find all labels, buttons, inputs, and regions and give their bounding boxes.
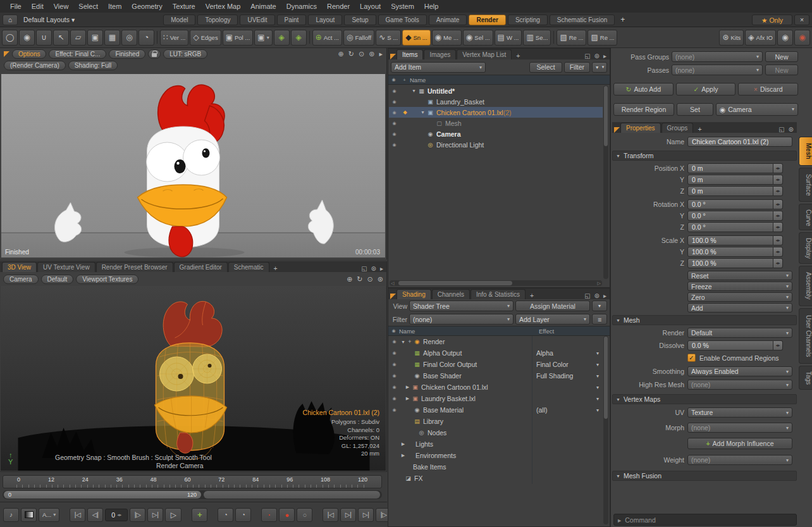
timeline-range-extension[interactable] (204, 491, 380, 499)
render-options-button[interactable]: Options (12, 49, 46, 59)
shader-view-dropdown[interactable]: Shader Tree▾ (409, 301, 514, 311)
weight-dropdown[interactable]: (none)▾ (687, 455, 792, 465)
name-column-header[interactable]: Name (399, 328, 539, 335)
layout-tab-paint[interactable]: Paint (277, 15, 307, 25)
spinner-icon[interactable]: ◂▸ (773, 247, 783, 257)
timeline-range-slider[interactable]: 0 120 (4, 491, 201, 499)
eye-icon[interactable]: ◉ (389, 132, 400, 137)
vertex-maps-section-header[interactable]: ▼Vertex Maps (612, 394, 797, 404)
eye-icon[interactable]: ◉ (389, 99, 400, 104)
menu-help[interactable]: Help (419, 0, 444, 13)
tab-images[interactable]: Images (424, 49, 456, 59)
passes-dropdown[interactable]: (none)▾ (672, 65, 763, 75)
panel-corner-widget[interactable] (614, 127, 620, 133)
shader-row-nodes[interactable]: ◎Nodes (389, 427, 603, 438)
symmetry-button[interactable]: ∿S ... (376, 30, 401, 46)
magnet-tool-icon[interactable]: ∪ (36, 30, 52, 46)
shader-row-lights[interactable]: ▶Lights (389, 438, 603, 450)
items-mode-dropdown[interactable]: ▣▾ (254, 30, 272, 46)
gear-icon[interactable]: ⊛ (371, 265, 376, 272)
rotation-z-field[interactable]: 0.0 °◂▸ (687, 222, 783, 232)
item-select-icon[interactable]: ◈ (274, 30, 290, 46)
only-button[interactable]: ★ Only (752, 15, 792, 25)
side-tab-surface[interactable]: Surface (799, 168, 812, 202)
viewport-3d-canvas[interactable]: Chicken Cartoon 01.lxl (2) Polygons : Su… (1, 286, 386, 471)
viewport-camera-selector[interactable]: Camera (3, 275, 39, 284)
scale-x-field[interactable]: 100.0 %◂▸ (687, 235, 783, 245)
shader-row-laundry-mesh[interactable]: ◉ ▶▣Laundry Basket.lxl ▾ (389, 393, 603, 404)
layout-tab-model[interactable]: Model (163, 15, 195, 25)
shader-row-base-shader[interactable]: ◉ ◉Base Shader Full Shading▾ (389, 370, 603, 381)
side-tab-curve[interactable]: Curve (799, 204, 812, 230)
rotate-icon[interactable]: ↻ (357, 275, 362, 283)
render-effect-button[interactable]: Effect: Final C... (49, 49, 106, 59)
side-tab-assembly[interactable]: Assembly (799, 266, 812, 306)
sphere-tool-icon[interactable]: ◉ (19, 30, 35, 46)
effect-column-header[interactable]: Effect (539, 328, 600, 335)
panel-corner-widget[interactable] (4, 51, 9, 57)
item-name-field[interactable]: Chicken Cartoon 01.lxl (2) (687, 137, 792, 147)
menu-edit[interactable]: Edit (27, 0, 49, 13)
spinner-icon[interactable]: ◂▸ (773, 199, 783, 209)
side-tab-tags[interactable]: Tags (799, 366, 812, 390)
prev-keyframe-button[interactable]: |◁ (323, 508, 338, 522)
reset-button[interactable]: Reset▾ (687, 271, 792, 280)
play-button[interactable]: ▷ (165, 508, 181, 522)
select-button[interactable]: Select (529, 62, 562, 73)
menu-item[interactable]: Item (103, 0, 126, 13)
tree-item-scene[interactable]: ◉ ▼ ▦ Untitled* (389, 85, 603, 96)
mesh-fusion-section-header[interactable]: ▼Mesh Fusion (612, 471, 797, 481)
shader-row-environments[interactable]: ▶Environments (389, 450, 603, 461)
tab-render-preset-browser[interactable]: Render Preset Browser (96, 262, 173, 272)
goto-end-button[interactable]: ▷| (147, 508, 163, 522)
layout-selector[interactable]: Default Layouts ▾ (20, 16, 78, 23)
tab-schematic[interactable]: Schematic (228, 262, 269, 272)
tab-info-statistics[interactable]: Info & Statistics (471, 289, 526, 299)
tab-items[interactable]: Items (397, 49, 423, 59)
tree-item-mesh[interactable]: ◉ ▢ Mesh (389, 118, 603, 128)
next-key-button[interactable]: |▷ (130, 508, 145, 522)
menu-animate[interactable]: Animate (245, 0, 281, 13)
chevron-right-icon[interactable]: ▶ (400, 442, 407, 447)
render-button-1[interactable]: ▧Re ... (557, 30, 586, 46)
polygons-mode-button[interactable]: ▣Pol ... (223, 30, 254, 46)
high-res-mesh-dropdown[interactable]: (none)▾ (687, 380, 792, 390)
foundry-logo-icon[interactable]: ◉ (777, 30, 793, 46)
chevron-right-icon[interactable]: ▶ (404, 396, 411, 401)
pan-icon[interactable]: ⊕ (347, 275, 352, 283)
shader-row-alpha-output[interactable]: ◉ ▦Alpha Output Alpha▾ (389, 347, 603, 359)
tab-3d-view[interactable]: 3D View (2, 262, 37, 272)
new-pass-group-button[interactable]: New (765, 51, 798, 62)
panel-menu-icon[interactable]: ▸ (379, 50, 383, 58)
record-off-button[interactable]: ○ (297, 508, 312, 522)
effect-dropdown-icon[interactable]: ▾ (593, 396, 603, 402)
auto-add-button[interactable]: ↻Auto Add (613, 83, 674, 96)
rotate-icon[interactable]: ↻ (348, 50, 354, 58)
shader-row-fx[interactable]: ◪FX (389, 473, 603, 484)
record-button[interactable]: ● (279, 508, 295, 522)
add-tab-button[interactable]: + (512, 52, 524, 59)
layout-tab-layout[interactable]: Layout (308, 15, 342, 25)
timeline-scrub-track[interactable]: 0 120 (3, 490, 382, 499)
panel-menu-icon[interactable]: ▸ (603, 53, 606, 59)
spinner-icon[interactable]: ◂▸ (773, 163, 783, 173)
effect-dropdown-icon[interactable]: ▾ (593, 350, 603, 356)
tab-uv-texture-view[interactable]: UV Texture View (37, 262, 95, 272)
snapping-button[interactable]: ◆Sn ... (402, 30, 430, 46)
shader-row-base-material[interactable]: ◉ ◉Base Material (all)▾ (389, 404, 603, 416)
side-tab-mesh[interactable]: Mesh (799, 137, 812, 166)
transform-section-header[interactable]: ▼Transform (612, 151, 797, 161)
eye-icon[interactable]: ◉ (389, 385, 400, 390)
eye-icon[interactable]: ◉ (389, 373, 400, 378)
render-camera-button[interactable]: (Render Camera) (4, 61, 66, 70)
shading-vertical-scrollbar[interactable] (603, 336, 608, 524)
freeze-button[interactable]: Freeze▾ (687, 282, 792, 291)
chevron-right-icon[interactable]: ▶ (400, 453, 407, 458)
add-tab-button[interactable]: + (270, 264, 281, 272)
list-options-icon[interactable]: ≡ (592, 314, 607, 325)
pass-groups-dropdown[interactable]: (none)▾ (672, 51, 763, 62)
tab-gradient-editor[interactable]: Gradient Editor (174, 262, 228, 272)
render-region-button[interactable]: Render Region (613, 103, 674, 116)
mesh-render-dropdown[interactable]: Default▾ (687, 328, 792, 338)
layout-tab-render[interactable]: Render (469, 15, 505, 25)
